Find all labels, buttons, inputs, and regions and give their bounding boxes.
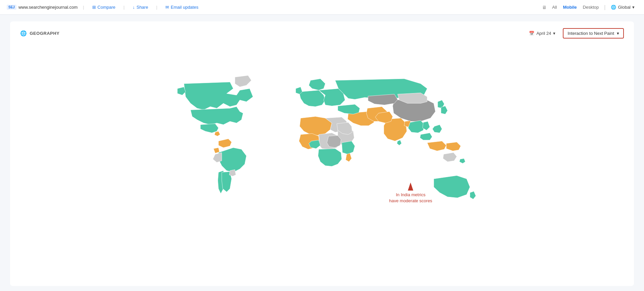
device-group: All Mobile Desktop xyxy=(549,3,601,11)
metric-dropdown[interactable]: Interaction to Next Paint ▾ xyxy=(563,28,624,39)
calendar-icon: 📅 xyxy=(529,31,534,36)
metric-label: Interaction to Next Paint xyxy=(568,31,614,36)
globe-icon: 🌐 xyxy=(611,5,616,10)
global-label: Global xyxy=(618,5,631,10)
annotation-text: In India metrics have moderate scores xyxy=(389,192,432,204)
section-title: 🌐 GEOGRAPHY xyxy=(20,30,60,37)
metric-chevron-icon: ▾ xyxy=(617,31,619,36)
map-container: .c-green { fill: #4dc9a8; stroke: #fff; … xyxy=(20,45,624,280)
monitor-icon: 🖥 xyxy=(542,5,547,10)
sej-badge: SEJ xyxy=(7,5,16,10)
section-globe-icon: 🌐 xyxy=(20,30,27,37)
global-button[interactable]: 🌐 Global ▾ xyxy=(608,3,637,11)
geography-title: GEOGRAPHY xyxy=(30,31,60,36)
world-map: .c-green { fill: #4dc9a8; stroke: #fff; … xyxy=(158,59,486,266)
date-label: April 24 xyxy=(536,31,551,36)
share-button[interactable]: ↓ Share xyxy=(130,3,151,11)
header-controls: 📅 April 24 ▾ Interaction to Next Paint ▾ xyxy=(526,28,624,39)
divider-2: | xyxy=(123,5,124,10)
email-button[interactable]: ✉ Email updates xyxy=(163,3,201,11)
email-label: Email updates xyxy=(171,5,198,10)
annotation-arrow xyxy=(408,183,413,191)
share-label: Share xyxy=(137,5,148,10)
device-all-button[interactable]: All xyxy=(549,3,559,11)
site-url: www.searchenginejournal.com xyxy=(18,5,77,10)
choropleth-map: .c-green { fill: #4dc9a8; stroke: #fff; … xyxy=(158,59,486,266)
logo-area: SEJ www.searchenginejournal.com xyxy=(7,5,77,10)
topbar: SEJ www.searchenginejournal.com | ⊞ Comp… xyxy=(0,0,644,15)
device-selector: 🖥 All Mobile Desktop | 🌐 Global ▾ xyxy=(542,3,637,11)
main-content: 🌐 GEOGRAPHY 📅 April 24 ▾ Interaction to … xyxy=(10,21,634,286)
compare-icon: ⊞ xyxy=(92,5,96,10)
section-header: 🌐 GEOGRAPHY 📅 April 24 ▾ Interaction to … xyxy=(20,28,624,39)
email-icon: ✉ xyxy=(165,5,169,10)
compare-button[interactable]: ⊞ Compare xyxy=(90,3,118,11)
date-chevron-icon: ▾ xyxy=(553,31,555,36)
divider-3: | xyxy=(156,5,157,10)
device-mobile-button[interactable]: Mobile xyxy=(560,3,579,11)
chevron-down-icon: ▾ xyxy=(632,5,635,10)
divider-1: | xyxy=(83,5,84,10)
india-annotation: In India metrics have moderate scores xyxy=(389,183,432,204)
date-selector[interactable]: 📅 April 24 ▾ xyxy=(526,29,559,38)
device-desktop-button[interactable]: Desktop xyxy=(580,3,602,11)
share-icon: ↓ xyxy=(132,5,135,10)
compare-label: Compare xyxy=(98,5,115,10)
